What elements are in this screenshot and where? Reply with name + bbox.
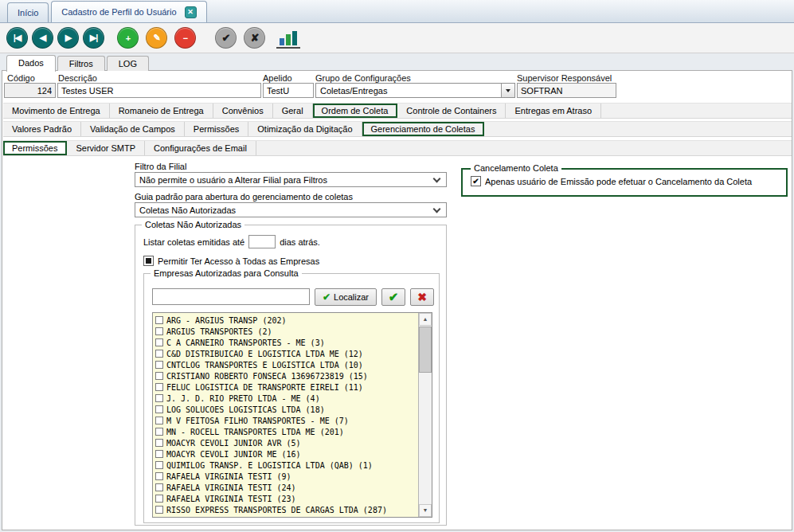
confirm-selection-button[interactable]: ✔ xyxy=(381,288,405,306)
section-tab-label: Romaneio de Entrega xyxy=(119,106,204,115)
tab-dados[interactable]: Dados xyxy=(6,55,56,72)
clear-selection-button[interactable]: ✖ xyxy=(410,288,434,306)
tab-permissoes-gerenciamento[interactable]: Permissões xyxy=(3,141,67,155)
company-name: RAFAELA VIRGINIA TESTI (24) xyxy=(166,483,296,492)
tab-configuracoes-de-email[interactable]: Configurações de Email xyxy=(145,141,256,155)
tab-log[interactable]: LOG xyxy=(107,56,149,71)
grupo-configuracoes-select[interactable]: Coletas/Entregas xyxy=(315,83,515,98)
toolbar-button-icon: |◀ xyxy=(14,33,22,43)
dropdown-arrow-icon xyxy=(506,89,510,92)
confirm-button[interactable]: ✔ xyxy=(215,27,237,49)
localizar-button[interactable]: ✔ Localizar xyxy=(315,288,377,306)
tab-entregas-em-atraso[interactable]: Entregas em Atraso xyxy=(506,104,601,118)
company-list-item[interactable]: ARGIUS TRANSPORTES (2) xyxy=(155,326,418,337)
tab-geral[interactable]: Geral xyxy=(273,104,313,118)
company-checkbox[interactable] xyxy=(155,417,163,424)
scroll-down-button[interactable]: ▼ xyxy=(419,504,432,517)
listar-prefix-label: Listar coletas emitidas até xyxy=(143,237,244,247)
company-checkbox[interactable] xyxy=(155,394,163,402)
tab-convenios[interactable]: Convênios xyxy=(213,104,273,118)
company-list-item[interactable]: C&D DISTRIBUICAO E LOGISTICA LTDA ME (12… xyxy=(155,348,418,359)
company-list-item[interactable]: M V FEITOSA FILHO TRANSPORTES - ME (7) xyxy=(155,415,418,426)
scroll-up-button[interactable]: ▲ xyxy=(419,313,432,326)
company-list-item[interactable]: LOG SOLUCOES LOGISTICAS LTDA (18) xyxy=(155,404,418,415)
company-checkbox[interactable] xyxy=(155,350,163,358)
company-name: ROCELL TRANSPORTES LTDA (20) xyxy=(166,517,301,518)
close-tab-icon[interactable]: ✕ xyxy=(185,6,197,18)
companies-list: ARG - ARGIUS TRANSP (202) ARGIUS TRANSPO… xyxy=(153,313,418,517)
company-checkbox[interactable] xyxy=(155,405,163,413)
company-checkbox[interactable] xyxy=(155,461,163,469)
company-checkbox[interactable] xyxy=(155,327,163,335)
company-checkbox[interactable] xyxy=(155,372,163,380)
tab-valores-padrao[interactable]: Valores Padrão xyxy=(3,122,81,136)
company-list-item[interactable]: RAFAELA VIRGINIA TESTI (23) xyxy=(155,493,418,504)
tab-movimento-de-entrega[interactable]: Movimento de Entrega xyxy=(3,104,110,118)
tab-romaneio-de-entrega[interactable]: Romaneio de Entrega xyxy=(110,104,213,118)
company-list-item[interactable]: RISSO EXPRESS TRANSPORTES DE CARGAS LTDA… xyxy=(155,504,418,515)
main-tab-label: Filtros xyxy=(69,59,93,68)
company-list-item[interactable]: FELUC LOGISTICA DE TRANSPORTE EIRELI (11… xyxy=(155,381,418,393)
filtro-filial-select[interactable]: Não permite o usuário a Alterar Filial p… xyxy=(135,172,447,187)
window-tab-bar: Início Cadastro de Perfil do Usuário ✕ xyxy=(0,0,794,23)
company-checkbox[interactable] xyxy=(155,495,163,503)
company-checkbox[interactable] xyxy=(155,338,163,346)
scroll-thumb[interactable] xyxy=(419,327,432,373)
tab-otimizacao-da-digitacao[interactable]: Otimização da Digitação xyxy=(248,122,362,136)
apelido-field[interactable] xyxy=(263,83,314,98)
tab-validacao-de-campos[interactable]: Validação de Campos xyxy=(81,122,185,136)
tab-controle-de-containers[interactable]: Controle de Containers xyxy=(397,104,506,118)
company-list-item[interactable]: MOACYR CEVOLI JUNIOR ME (16) xyxy=(155,448,418,460)
add-button[interactable]: + xyxy=(117,27,139,49)
company-checkbox[interactable] xyxy=(155,450,163,458)
section-tab-label: Permissões xyxy=(12,143,57,153)
descricao-field[interactable] xyxy=(57,83,261,98)
company-list-item[interactable]: RAFAELA VIRGINIA TESTI (9) xyxy=(155,471,418,482)
previous-record-button[interactable]: ◀ xyxy=(32,27,53,49)
company-list-item[interactable]: CNTCLOG TRANSPORTES E LOGISTICA LTDA (10… xyxy=(155,359,418,370)
tab-gerenciamento-de-coletas[interactable]: Gerenciamento de Coletas xyxy=(362,122,485,136)
next-record-button[interactable]: ▶ xyxy=(57,27,79,49)
company-list-item[interactable]: J. J. D. RIO PRETO LTDA - ME (4) xyxy=(155,393,418,404)
company-checkbox[interactable] xyxy=(155,428,163,436)
company-checkbox[interactable] xyxy=(155,506,163,514)
company-list-item[interactable]: ROCELL TRANSPORTES LTDA (20) xyxy=(155,515,418,517)
tab-ordem-de-coleta[interactable]: Ordem de Coleta xyxy=(313,104,398,118)
company-list-item[interactable]: C A CARNEIRO TRANSPORTES - ME (3) xyxy=(155,337,418,348)
supervisor-field[interactable] xyxy=(517,83,616,98)
edit-button[interactable]: ✎ xyxy=(146,27,167,49)
company-checkbox[interactable] xyxy=(155,316,163,324)
codigo-field xyxy=(4,83,56,98)
guia-padrao-select[interactable]: Coletas Não Autorizadas xyxy=(135,202,447,217)
company-list-item[interactable]: QUIMILOG TRANSP. E LOGISTICA LTDA (QAB) … xyxy=(155,460,418,471)
company-checkbox[interactable] xyxy=(155,472,163,480)
company-list-item[interactable]: ARG - ARGIUS TRANSP (202) xyxy=(155,315,418,326)
company-checkbox[interactable] xyxy=(155,439,163,447)
tab-permissoes-ordem[interactable]: Permissões xyxy=(185,122,248,136)
guia-padrao-value: Coletas Não Autorizadas xyxy=(135,205,434,215)
tab-servidor-smtp[interactable]: Servidor SMTP xyxy=(67,141,145,155)
first-record-button[interactable]: |◀ xyxy=(6,27,28,49)
company-checkbox[interactable] xyxy=(155,483,163,491)
permitir-todas-checkbox[interactable] xyxy=(143,256,154,266)
company-list-item[interactable]: MOACYR CEVOLI JUNIOR AVR (5) xyxy=(155,437,418,448)
tab-filtros[interactable]: Filtros xyxy=(57,56,105,71)
company-list-item[interactable]: MN - ROCELL TRANSPORTES LTDA ME (201) xyxy=(155,426,418,437)
company-list-item[interactable]: CRISTIANO ROBERTO FONSECA 13696723819 (1… xyxy=(155,370,418,381)
company-checkbox[interactable] xyxy=(155,361,163,369)
section-tab-label: Convênios xyxy=(222,106,264,115)
empresa-search-input[interactable] xyxy=(152,288,310,305)
company-list-item[interactable]: RAFAELA VIRGINIA TESTI (24) xyxy=(155,482,418,493)
last-record-button[interactable]: ▶| xyxy=(83,27,104,49)
filtro-filial-value: Não permite o usuário a Alterar Filial p… xyxy=(135,175,434,185)
cancel-button[interactable]: ✘ xyxy=(244,27,265,49)
delete-button[interactable]: − xyxy=(174,27,196,49)
dropdown-arrow-button[interactable] xyxy=(501,84,514,97)
listar-dias-input[interactable] xyxy=(248,235,276,248)
list-scrollbar[interactable]: ▲ ▼ xyxy=(418,313,432,517)
tab-inicio[interactable]: Início xyxy=(7,2,49,22)
tab-cadastro-perfil-usuario[interactable]: Cadastro de Perfil do Usuário ✕ xyxy=(51,1,206,22)
company-checkbox[interactable] xyxy=(155,383,163,391)
cancelamento-checkbox[interactable]: ✔ xyxy=(471,176,481,186)
chart-button[interactable] xyxy=(276,28,300,49)
